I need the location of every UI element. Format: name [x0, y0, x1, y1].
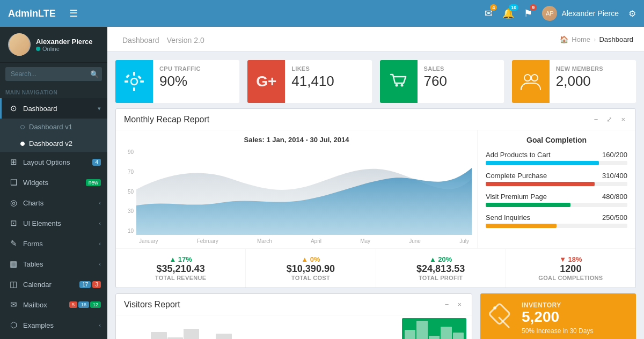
x-label-jun: June: [409, 238, 421, 244]
search-input[interactable]: [5, 67, 102, 81]
mailbox-badge2: 16: [78, 301, 89, 308]
y-label-50: 50: [124, 189, 134, 195]
profit-amount: $24,813.53: [384, 263, 497, 275]
stat-icon-sales: [380, 60, 418, 103]
search-button[interactable]: 🔍: [90, 70, 99, 78]
tables-icon: ▦: [8, 259, 19, 269]
stat-info-sales: SALES 760: [418, 60, 504, 103]
cost-amount: $10,390.90: [254, 263, 367, 275]
goal-item-premium: Visit Premium Page 480/800: [486, 193, 627, 207]
goal-label-row-inquiries: Send Inquiries 250/500: [486, 213, 627, 222]
svg-rect-2: [133, 87, 135, 91]
user-menu[interactable]: AP Alexander Pierce: [542, 6, 619, 21]
page-title-text: Dashboard: [122, 36, 159, 45]
visitors-bar-chart: [135, 318, 397, 339]
widgets-icon: ❑: [8, 178, 19, 187]
sidebar-toggle[interactable]: ☰: [69, 8, 78, 19]
inventory-sub: 50% Increase in 30 Days: [522, 327, 593, 335]
calendar-label: Calendar: [23, 281, 77, 289]
svg-rect-11: [489, 303, 510, 325]
navbar-left: AdminLTE ☰: [8, 8, 78, 19]
avatar-image: [9, 33, 30, 56]
sidebar-item-tables[interactable]: ▦ Tables ‹: [0, 254, 107, 274]
breadcrumb-current: Dashboard: [599, 35, 633, 43]
main-chart-svg: [136, 146, 472, 235]
cost-desc: TOTAL COST: [254, 275, 367, 281]
stat-info-members: NEW MEMBERS 2,000: [550, 60, 636, 103]
inventory-value: 5,200: [522, 309, 593, 326]
cost-change: ▲ 0%: [254, 255, 367, 263]
sidebar-item-dashboard[interactable]: ⊙ Dashboard ▾: [0, 98, 107, 119]
cart-svg: [389, 71, 409, 92]
progress-wrap-purchase: [486, 182, 627, 186]
sidebar-item-widgets[interactable]: ❑ Widgets new: [0, 172, 107, 193]
close-button[interactable]: ×: [619, 114, 627, 124]
tables-label: Tables: [23, 260, 99, 268]
sidebar-item-layout-options[interactable]: ⊞ Layout Options 4: [0, 152, 107, 172]
expand-button[interactable]: ⤢: [604, 114, 614, 124]
brand-prefix: Admin: [8, 8, 38, 19]
sidebar-item-dashboard-v2[interactable]: Dashboard v2: [0, 135, 107, 152]
ui-elements-arrow: ‹: [99, 220, 101, 226]
charts-icon: ◎: [8, 198, 19, 208]
brand-logo[interactable]: AdminLTE: [8, 8, 56, 19]
svg-rect-1: [133, 72, 135, 76]
examples-label: Examples: [23, 321, 99, 329]
svg-rect-4: [140, 80, 144, 83]
dashboard-label: Dashboard: [23, 105, 98, 113]
sidebar-item-forms[interactable]: ✎ Forms ‹: [0, 233, 107, 254]
svg-rect-3: [125, 80, 128, 83]
breadcrumb-separator: ›: [594, 35, 596, 43]
settings-icon[interactable]: ⚙: [628, 9, 636, 19]
chart-svg-area: [136, 146, 472, 237]
sidebar-item-examples[interactable]: ⬡ Examples ‹: [0, 315, 107, 335]
sidebar-item-ui-elements[interactable]: ⊡ UI Elements ‹: [0, 213, 107, 233]
x-label-apr: April: [311, 238, 321, 244]
flag-icon[interactable]: ⚑ 9: [524, 8, 532, 19]
sidebar-item-dashboard-v1[interactable]: Dashboard v1: [0, 119, 107, 135]
sidebar-search[interactable]: 🔍: [0, 63, 107, 85]
sidebar-item-charts[interactable]: ◎ Charts ‹: [0, 193, 107, 213]
examples-icon: ⬡: [8, 320, 19, 330]
green-bar-2: [416, 321, 427, 339]
sidebar-user-info: Alexander Pierce Online: [36, 38, 93, 52]
visitors-report-tools: − ×: [443, 299, 464, 309]
charts-arrow: ‹: [99, 200, 101, 206]
sidebar-user-name: Alexander Pierce: [36, 38, 93, 46]
breadcrumb-home[interactable]: Home: [572, 35, 590, 43]
visitors-minimize-btn[interactable]: −: [443, 299, 451, 309]
user-name: Alexander Pierce: [561, 9, 619, 18]
progress-wrap-inquiries: [486, 224, 627, 228]
mailbox-label: Mailbox: [23, 301, 67, 309]
stat-icon-members: [512, 60, 550, 103]
nav-section-label: MAIN NAVIGATION: [0, 85, 107, 98]
mail-icon[interactable]: ✉ 4: [485, 8, 493, 19]
stat-label-sales: SALES: [424, 65, 497, 72]
svg-point-9: [524, 75, 531, 81]
user-avatar: AP: [542, 6, 557, 21]
x-label-feb: February: [197, 238, 218, 244]
bell-icon[interactable]: 🔔 10: [502, 8, 514, 19]
bar-4: [184, 329, 199, 340]
navbar: AdminLTE ☰ ✉ 4 🔔 10 ⚑ 9 AP Alexander Pie…: [0, 0, 644, 27]
sidebar-item-mailbox[interactable]: ✉ Mailbox 5 16 12: [0, 294, 107, 315]
visitors-close-btn[interactable]: ×: [455, 299, 464, 309]
progress-bar-inquiries: [486, 224, 557, 228]
sidebar-item-calendar[interactable]: ◫ Calendar 17 3: [0, 274, 107, 294]
main-wrapper: Alexander Pierce Online 🔍 MAIN NAVIGATIO…: [0, 27, 644, 339]
goal-value-purchase: 310/400: [602, 172, 627, 180]
goal-completion-area: Goal Completion Add Products to Cart 160…: [477, 130, 635, 248]
calendar-badge1: 17: [79, 281, 91, 288]
revenue-amount: $35,210.43: [124, 263, 237, 275]
monthly-report-body: Sales: 1 Jan, 2014 - 30 Jul, 2014 90 70 …: [116, 130, 635, 248]
stat-label-cpu: CPU TRAFFIC: [159, 65, 233, 72]
svg-point-7: [395, 84, 398, 87]
minimize-button[interactable]: −: [592, 114, 601, 124]
page-version: Version 2.0: [167, 36, 204, 45]
progress-bar-purchase: [486, 182, 595, 186]
goal-item-purchase: Complete Purchase 310/400: [486, 172, 627, 186]
goal-value-premium: 480/800: [602, 193, 627, 201]
stat-value-likes: 41,410: [291, 73, 365, 90]
visitors-report-title: Visitors Report: [124, 300, 180, 309]
x-label-may: May: [360, 238, 370, 244]
